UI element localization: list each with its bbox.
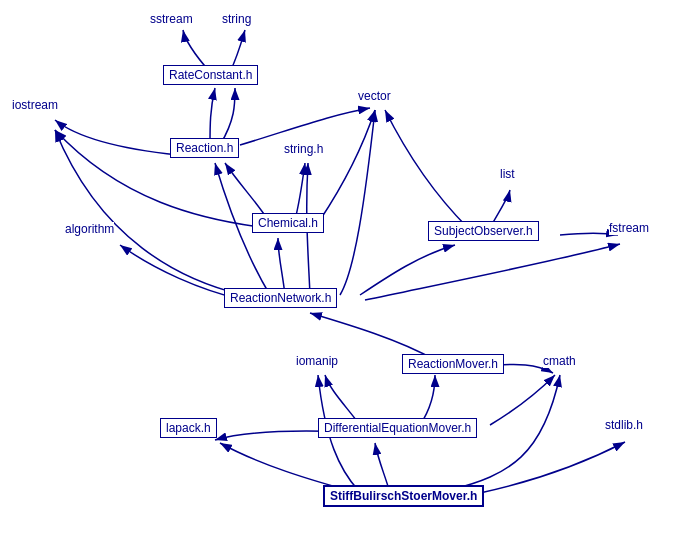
node-reactionmover: ReactionMover.h: [402, 354, 504, 374]
node-string-h: string.h: [284, 142, 323, 156]
node-fstream: fstream: [609, 221, 649, 235]
node-cmath: cmath: [543, 354, 576, 368]
node-list: list: [500, 167, 515, 181]
node-differentialequation: DifferentialEquationMover.h: [318, 418, 477, 438]
node-string: string: [222, 12, 251, 26]
node-iostream: iostream: [12, 98, 58, 112]
node-reaction: Reaction.h: [170, 138, 239, 158]
dependency-graph: sstream string RateConstant.h iostream v…: [0, 0, 689, 534]
node-stdlib: stdlib.h: [605, 418, 643, 432]
node-sstream: sstream: [150, 12, 193, 26]
node-rateconstant: RateConstant.h: [163, 65, 258, 85]
node-stiffbulirsch: StiffBulirschStoerMover.h: [323, 485, 484, 507]
node-chemical: Chemical.h: [252, 213, 324, 233]
node-subjectobserver: SubjectObserver.h: [428, 221, 539, 241]
node-vector: vector: [358, 89, 391, 103]
node-iomanip: iomanip: [296, 354, 338, 368]
node-algorithm: algorithm: [65, 222, 114, 236]
arrows-svg: [0, 0, 689, 534]
node-reactionnetwork: ReactionNetwork.h: [224, 288, 337, 308]
node-lapack: lapack.h: [160, 418, 217, 438]
